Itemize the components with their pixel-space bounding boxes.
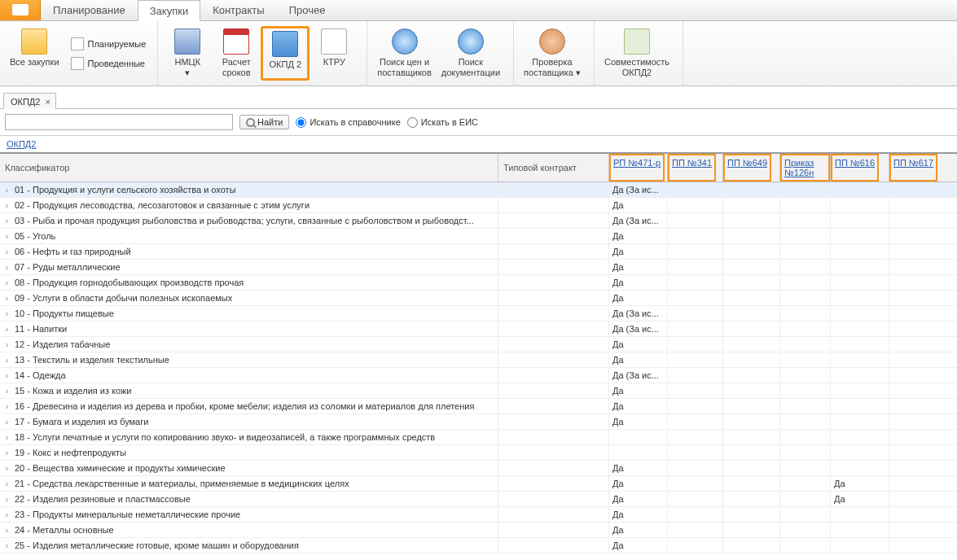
supplier-check-button[interactable]: Проверка поставщика ▾ [519, 26, 586, 81]
search-input[interactable] [5, 114, 233, 130]
pp617-cell [889, 445, 945, 460]
table-row[interactable]: ›09 - Услуги в области добычи полезных и… [0, 291, 957, 306]
radio-eis[interactable]: Искать в ЕИС [407, 117, 478, 128]
tree-expand-icon[interactable]: › [3, 511, 11, 518]
close-icon[interactable]: × [45, 97, 50, 107]
nmck-button[interactable]: НМЦК ▾ [163, 26, 212, 81]
tree-expand-icon[interactable]: › [3, 387, 11, 395]
table-row[interactable]: ›16 - Древесина и изделия из дерева и пр… [0, 399, 957, 414]
tree-expand-icon[interactable]: › [3, 496, 11, 503]
tree-expand-icon[interactable]: › [3, 186, 11, 194]
pp616-cell [831, 538, 889, 553]
find-button[interactable]: Найти [239, 115, 289, 129]
tree-expand-icon[interactable]: › [3, 264, 11, 271]
app-menu-button[interactable] [0, 0, 41, 20]
table-row[interactable]: ›19 - Кокс и нефтепродукты [0, 445, 957, 461]
done-button[interactable]: Проведенные [68, 55, 150, 72]
col-pp341[interactable]: ПП №341 [672, 158, 712, 168]
typical-cell [498, 244, 609, 259]
typical-cell [498, 306, 609, 321]
doc-search-button[interactable]: Поиск документации [437, 26, 505, 81]
rp471-cell: Да (За ис... [609, 322, 668, 336]
okpd2-button[interactable]: ОКПД 2 [261, 26, 309, 81]
tree-expand-icon[interactable]: › [3, 449, 11, 457]
pp617-cell [889, 291, 945, 305]
pp616-cell [831, 399, 889, 413]
tree-expand-icon[interactable]: › [3, 326, 11, 333]
typical-cell [498, 492, 609, 506]
tree-expand-icon[interactable]: › [3, 403, 11, 410]
tab-purchases[interactable]: Закупки [138, 0, 200, 21]
table-row[interactable]: ›23 - Продукты минеральные неметаллическ… [0, 507, 957, 523]
pp649-cell [723, 229, 780, 243]
calc-terms-button[interactable]: Расчет сроков [212, 26, 261, 81]
tree-expand-icon[interactable]: › [3, 527, 11, 534]
classifier-cell: ›08 - Продукция горнодобывающих производ… [0, 275, 498, 290]
classifier-cell: ›17 - Бумага и изделия из бумаги [0, 414, 498, 429]
tree-expand-icon[interactable]: › [3, 372, 11, 379]
table-row[interactable]: ›24 - Металлы основныеДа [0, 523, 957, 538]
planned-button[interactable]: Планируемые [68, 36, 150, 52]
table-row[interactable]: ›10 - Продукты пищевыеДа (За ис... [0, 306, 957, 322]
table-row[interactable]: ›14 - ОдеждаДа (За ис... [0, 368, 957, 383]
col-pp616[interactable]: ПП №616 [835, 158, 875, 168]
table-row[interactable]: ›21 - Средства лекарственные и материалы… [0, 476, 957, 492]
tab-planning[interactable]: Планирование [41, 0, 138, 20]
subtab-okpd2[interactable]: ОКПД2 × [3, 93, 56, 109]
ktru-button[interactable]: КТРУ [309, 26, 358, 81]
radio-directory[interactable]: Искать в справочнике [296, 117, 400, 128]
table-row[interactable]: ›13 - Текстиль и изделия текстильныеДа [0, 352, 957, 368]
tab-contracts[interactable]: Контракты [200, 0, 277, 20]
col-typical-contract[interactable]: Типовой контракт [498, 154, 609, 182]
tree-expand-icon[interactable]: › [3, 480, 11, 488]
tab-other[interactable]: Прочее [277, 0, 338, 20]
table-row[interactable]: ›15 - Кожа и изделия из кожиДа [0, 383, 957, 399]
table-row[interactable]: ›03 - Рыба и прочая продукция рыболовств… [0, 213, 957, 229]
col-pp649[interactable]: ПП №649 [727, 158, 767, 168]
table-row[interactable]: ›02 - Продукция лесоводства, лесозаготов… [0, 198, 957, 213]
col-prikaz126[interactable]: Приказ №126н [784, 158, 814, 177]
table-row[interactable]: ›11 - НапиткиДа (За ис... [0, 322, 957, 337]
table-row[interactable]: ›05 - УгольДа [0, 229, 957, 244]
calendar-icon [223, 28, 249, 55]
tree-expand-icon[interactable]: › [3, 295, 11, 302]
table-row[interactable]: ›17 - Бумага и изделия из бумагиДа [0, 414, 957, 430]
table-row[interactable]: ›06 - Нефть и газ природныйДа [0, 244, 957, 260]
tree-expand-icon[interactable]: › [3, 310, 11, 317]
table-row[interactable]: ›12 - Изделия табачныеДа [0, 337, 957, 352]
tree-expand-icon[interactable]: › [3, 418, 11, 426]
col-rp471[interactable]: РП №471-р [613, 158, 661, 168]
tree-expand-icon[interactable]: › [3, 248, 11, 256]
pp617-cell [889, 275, 945, 290]
tree-expand-icon[interactable]: › [3, 217, 11, 225]
breadcrumb-okpd2[interactable]: ОКПД2 [7, 139, 36, 149]
tree-expand-icon[interactable]: › [3, 202, 11, 209]
classifier-cell: ›11 - Напитки [0, 322, 498, 336]
pp649-cell [723, 414, 780, 429]
tree-expand-icon[interactable]: › [3, 465, 11, 472]
col-pp617[interactable]: ПП №617 [893, 158, 933, 168]
table-row[interactable]: ›20 - Вещества химические и продукты хим… [0, 461, 957, 476]
classifier-cell: ›10 - Продукты пищевые [0, 306, 498, 321]
table-row[interactable]: ›25 - Изделия металлические готовые, кро… [0, 538, 957, 553]
classifier-cell: ›19 - Кокс и нефтепродукты [0, 445, 498, 460]
tree-expand-icon[interactable]: › [3, 357, 11, 364]
table-row[interactable]: ›22 - Изделия резиновые и пластмассовыеД… [0, 492, 957, 507]
typical-cell [498, 275, 609, 290]
table-row[interactable]: ›08 - Продукция горнодобывающих производ… [0, 275, 957, 291]
tree-expand-icon[interactable]: › [3, 542, 11, 549]
tree-expand-icon[interactable]: › [3, 233, 11, 240]
table-row[interactable]: ›07 - Руды металлическиеДа [0, 260, 957, 275]
tree-expand-icon[interactable]: › [3, 434, 11, 441]
tree-expand-icon[interactable]: › [3, 341, 11, 348]
rp471-cell: Да [609, 383, 668, 398]
price-search-button[interactable]: Поиск цен и поставщиков [372, 26, 437, 81]
tree-expand-icon[interactable]: › [3, 279, 11, 287]
col-classifier[interactable]: Классификатор [0, 154, 498, 182]
okpd2-compat-button[interactable]: Совместимость ОКПД2 [599, 26, 674, 81]
all-purchases-button[interactable]: Все закупки [5, 26, 64, 81]
table-row[interactable]: ›18 - Услуги печатные и услуги по копиро… [0, 430, 957, 445]
classifier-cell: ›15 - Кожа и изделия из кожи [0, 383, 498, 398]
pp341-cell [668, 414, 723, 429]
table-row[interactable]: ›01 - Продукция и услуги сельского хозяй… [0, 182, 957, 198]
